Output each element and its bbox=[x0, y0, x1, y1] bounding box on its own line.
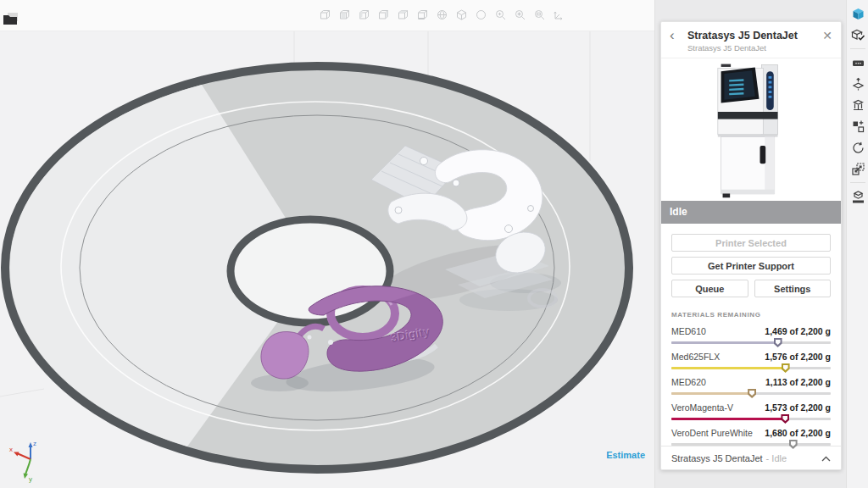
material-amount: 1,680 of 2,200 g bbox=[765, 428, 831, 438]
zoom-fit-icon[interactable] bbox=[533, 8, 546, 21]
materials-section: MATERIALS REMAINING MED610 1,469 of 2,20… bbox=[661, 302, 841, 446]
material-level-bar bbox=[671, 418, 831, 420]
material-name: VeroDent PureWhite bbox=[671, 428, 753, 438]
back-icon[interactable]: ‹ bbox=[670, 30, 682, 42]
view-back-icon[interactable] bbox=[338, 8, 351, 21]
axis-z-label: z bbox=[33, 440, 36, 447]
models-icon[interactable] bbox=[851, 7, 865, 21]
get-printer-support-button[interactable]: Get Printer Support bbox=[671, 257, 831, 274]
material-level-fill bbox=[671, 341, 778, 344]
material-amount: 1,469 of 2,200 g bbox=[765, 326, 831, 336]
material-level-bar bbox=[671, 443, 831, 446]
material-amount: 1,573 of 2,200 g bbox=[765, 402, 831, 413]
material-row: MED610 1,469 of 2,200 g bbox=[671, 326, 831, 344]
material-level-fill bbox=[671, 392, 752, 395]
axis-y-label: y bbox=[29, 475, 32, 483]
estimate-link[interactable]: Estimate bbox=[606, 450, 645, 460]
sidebar-divider bbox=[850, 48, 865, 49]
view-bottom-icon[interactable] bbox=[416, 8, 429, 21]
footer-printer-status: - Idle bbox=[766, 453, 787, 463]
isometric-view-icon[interactable] bbox=[455, 8, 468, 21]
material-level-bar bbox=[671, 367, 831, 369]
panel-subtitle: Stratasys J5 DentaJet bbox=[687, 43, 798, 53]
view-left-icon[interactable] bbox=[358, 8, 370, 21]
show-axes-icon[interactable] bbox=[553, 8, 565, 21]
zoom-in-icon[interactable] bbox=[494, 8, 507, 21]
material-level-fill bbox=[671, 443, 793, 446]
footer-printer-name: Stratasys J5 DentaJet bbox=[671, 453, 763, 463]
material-name: MED610 bbox=[671, 326, 706, 336]
printer-photo bbox=[661, 58, 841, 201]
close-icon[interactable]: ✕ bbox=[822, 30, 832, 42]
printer-panel: ‹ Stratasys J5 DentaJet Stratasys J5 Den… bbox=[660, 21, 842, 470]
zoom-selection-icon[interactable] bbox=[514, 8, 526, 21]
material-level-marker bbox=[748, 389, 756, 398]
settings-button[interactable]: Settings bbox=[754, 280, 832, 297]
material-level-marker bbox=[774, 338, 782, 347]
materials-list: MED610 1,469 of 2,200 g Med625FLX 1,576 … bbox=[671, 326, 831, 446]
turntable-icon[interactable] bbox=[475, 8, 487, 21]
tray-settings-icon[interactable] bbox=[851, 56, 865, 70]
material-level-bar bbox=[671, 392, 831, 395]
axis-x-label: x bbox=[9, 446, 13, 453]
material-row: VeroMagenta-V 1,573 of 2,200 g bbox=[671, 402, 831, 420]
tray-validation-icon[interactable] bbox=[851, 28, 865, 42]
material-name: MED620 bbox=[671, 377, 706, 387]
view-toolbar bbox=[319, 8, 565, 21]
panel-buttons: Printer Selected Get Printer Support Que… bbox=[661, 224, 841, 302]
view-top-icon[interactable] bbox=[397, 8, 409, 21]
chevron-up-icon bbox=[821, 453, 831, 463]
supports-icon[interactable] bbox=[851, 98, 865, 113]
axis-triad: z x y bbox=[8, 437, 59, 488]
material-level-marker bbox=[781, 414, 789, 424]
materials-heading: MATERIALS REMAINING bbox=[671, 311, 831, 319]
material-level-marker bbox=[782, 363, 790, 373]
app-window: 3Digity 3Digity bbox=[0, 0, 868, 488]
view-right-icon[interactable] bbox=[377, 8, 390, 21]
build-tray-scene: 3Digity 3Digity bbox=[0, 0, 654, 488]
projects-folder-icon[interactable] bbox=[3, 12, 19, 26]
material-level-fill bbox=[671, 367, 786, 369]
printer-panel-region: ‹ Stratasys J5 DentaJet Stratasys J5 Den… bbox=[654, 0, 847, 488]
material-assignment-icon[interactable] bbox=[851, 190, 865, 204]
material-name: VeroMagenta-V bbox=[671, 402, 733, 413]
panel-header: ‹ Stratasys J5 DentaJet Stratasys J5 Den… bbox=[661, 22, 841, 58]
tools-sidebar bbox=[846, 0, 868, 488]
printer-footer-toggle[interactable]: Stratasys J5 DentaJet - Idle bbox=[661, 446, 841, 469]
material-name: Med625FLX bbox=[671, 352, 720, 362]
material-level-fill bbox=[671, 418, 785, 420]
material-amount: 1,113 of 2,200 g bbox=[765, 377, 831, 387]
3d-viewport[interactable]: 3Digity 3Digity bbox=[0, 0, 654, 488]
arrange-icon[interactable] bbox=[851, 119, 865, 134]
material-row: MED620 1,113 of 2,200 g bbox=[671, 377, 831, 395]
sidebar-divider bbox=[850, 182, 865, 183]
printer-selected-button[interactable]: Printer Selected bbox=[671, 234, 831, 252]
material-row: Med625FLX 1,576 of 2,200 g bbox=[671, 352, 831, 369]
material-level-bar bbox=[671, 341, 831, 344]
material-row: VeroDent PureWhite 1,680 of 2,200 g bbox=[671, 428, 831, 446]
scale-icon[interactable] bbox=[851, 162, 865, 176]
queue-button[interactable]: Queue bbox=[671, 280, 748, 297]
shaded-display-icon[interactable] bbox=[436, 8, 448, 21]
rotate-icon[interactable] bbox=[851, 141, 865, 155]
view-front-icon[interactable] bbox=[319, 8, 331, 21]
printer-status-bar: Idle bbox=[661, 201, 841, 224]
panel-title: Stratasys J5 DentaJet bbox=[687, 30, 798, 42]
orientation-icon[interactable] bbox=[851, 77, 865, 92]
material-amount: 1,576 of 2,200 g bbox=[765, 352, 831, 362]
